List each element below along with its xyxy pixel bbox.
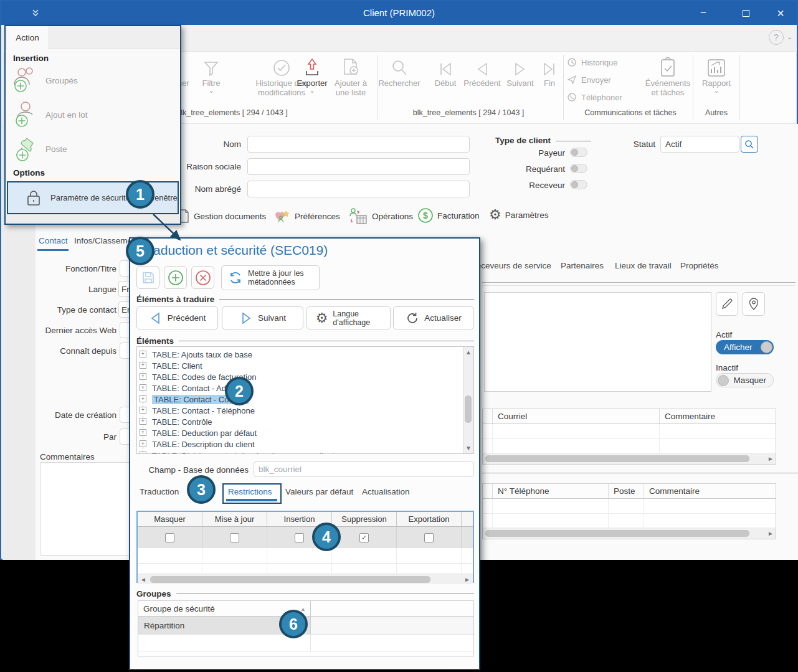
- expand-icon[interactable]: +: [140, 452, 146, 454]
- actualiser-button[interactable]: Actualiser: [393, 306, 474, 329]
- scroll-right-icon[interactable]: ►: [767, 455, 774, 462]
- dialog-tab-actualisation[interactable]: Actualisation: [362, 487, 410, 496]
- ribbon-telephoner[interactable]: Téléphoner: [567, 92, 622, 102]
- scrollbar-thumb[interactable]: [150, 576, 430, 583]
- payeur-toggle[interactable]: [570, 148, 587, 157]
- nom-field[interactable]: [247, 136, 470, 153]
- add-button[interactable]: [164, 266, 187, 289]
- champ-bd-field[interactable]: blk_courriel: [254, 461, 474, 477]
- ribbon-precedent[interactable]: Précédent: [462, 55, 502, 88]
- save-button[interactable]: [136, 266, 159, 289]
- expand-icon[interactable]: +: [140, 395, 146, 402]
- tree-item[interactable]: +TABLE: Divisions autorisées à traiter a…: [137, 450, 473, 454]
- ribbon-rechercher[interactable]: Rechercher: [378, 55, 420, 88]
- tab-proprietes[interactable]: Propriétés: [680, 261, 719, 270]
- horizontal-scrollbar[interactable]: ►: [483, 528, 776, 539]
- update-metadata-button[interactable]: Mettre à jour les métadonnées: [221, 265, 320, 290]
- tree-item[interactable]: +TABLE: Contrôle: [137, 416, 473, 427]
- scrollbar-thumb[interactable]: [485, 530, 749, 537]
- telephone-column-header[interactable]: N° Téléphone: [493, 484, 609, 498]
- commentaires-textarea[interactable]: [40, 462, 133, 556]
- courriel-column-header[interactable]: Courriel: [493, 409, 660, 424]
- suppression-checkbox[interactable]: ✓: [359, 533, 369, 542]
- close-button[interactable]: ×: [766, 1, 795, 25]
- table-row[interactable]: [138, 635, 473, 652]
- scroll-down-icon[interactable]: ▼: [465, 445, 472, 452]
- tree-item[interactable]: +TABLE: Ajouts taux de base: [137, 349, 473, 360]
- ribbon-filtre[interactable]: Filtre ⌄: [196, 55, 227, 93]
- expand-icon[interactable]: +: [140, 429, 146, 436]
- edit-button[interactable]: [716, 292, 738, 316]
- scroll-up-icon[interactable]: ▲: [465, 349, 472, 356]
- ribbon-exporter[interactable]: Exporter ⌄: [293, 55, 331, 93]
- masquer-toggle[interactable]: Masquer: [716, 373, 774, 387]
- expand-icon[interactable]: +: [140, 351, 146, 357]
- dialog-tab-valeurs-defaut[interactable]: Valeurs par défaut: [285, 487, 353, 496]
- grid-col-masquer[interactable]: Masquer: [138, 512, 202, 526]
- tree-item[interactable]: +TABLE: Description du client: [137, 438, 473, 450]
- grid-col-exportation[interactable]: Exportation: [397, 512, 462, 526]
- nom-abrege-field[interactable]: [247, 181, 470, 197]
- location-button[interactable]: [743, 292, 765, 316]
- tab-lieux-travail[interactable]: Lieux de travail: [615, 261, 672, 270]
- help-icon[interactable]: ?: [769, 30, 784, 45]
- tab-action[interactable]: Action: [7, 26, 48, 49]
- tree-item[interactable]: +TABLE: Contact - Adresse: [137, 382, 473, 394]
- grid-col-mise-a-jour[interactable]: Mise à jour: [202, 512, 267, 526]
- tab-partenaires[interactable]: Partenaires: [561, 261, 604, 270]
- suivant-button[interactable]: Suivant: [222, 306, 303, 329]
- poste-column-header[interactable]: Poste: [609, 484, 644, 498]
- table-row[interactable]: [483, 514, 776, 528]
- tree-item[interactable]: +TABLE: Contact - Téléphone: [137, 405, 473, 416]
- tree-item[interactable]: +TABLE: Client: [137, 360, 473, 371]
- tree-item[interactable]: +TABLE: Deduction par défaut: [137, 427, 473, 438]
- expand-icon[interactable]: +: [140, 418, 146, 425]
- tree-item-selected[interactable]: +TABLE: Contact - Courriel: [137, 394, 473, 405]
- commentaire-column-header[interactable]: Commentaire: [644, 484, 776, 498]
- menu-item-ajout-en-lot[interactable]: Ajout en lot: [45, 110, 88, 120]
- table-row[interactable]: [483, 424, 776, 439]
- insertion-checkbox[interactable]: [295, 533, 304, 542]
- menu-item-poste[interactable]: Poste: [45, 144, 67, 154]
- tree-item[interactable]: +TABLE: Codes de facturation: [137, 371, 473, 382]
- ribbon-envoyer[interactable]: Envoyer: [567, 75, 611, 85]
- statut-field[interactable]: Actif: [660, 136, 739, 153]
- table-row[interactable]: [483, 439, 776, 453]
- scroll-right-icon[interactable]: ►: [767, 530, 774, 537]
- tab-facturation[interactable]: $ Facturation: [417, 207, 480, 224]
- ribbon-historique[interactable]: Historique: [567, 57, 618, 67]
- tab-preferences[interactable]: Préférences: [273, 209, 340, 224]
- scroll-left-icon[interactable]: ◄: [140, 576, 146, 583]
- horizontal-scrollbar[interactable]: ►: [483, 453, 776, 464]
- scroll-right-icon[interactable]: ►: [464, 576, 470, 583]
- tab-operations[interactable]: Opérations: [348, 207, 413, 225]
- scrollbar-thumb[interactable]: [485, 455, 749, 462]
- expand-icon[interactable]: +: [140, 384, 146, 391]
- tab-contact[interactable]: Contact: [39, 236, 68, 245]
- langue-affichage-button[interactable]: ⚙ Langue d'affichage: [306, 306, 391, 329]
- ribbon-evenements-taches[interactable]: Événements et tâches: [642, 55, 694, 97]
- expand-icon[interactable]: +: [140, 407, 146, 414]
- masquer-checkbox[interactable]: [165, 533, 174, 542]
- ribbon-fin[interactable]: Fin: [537, 55, 562, 88]
- precedent-button[interactable]: Précédent: [136, 306, 218, 329]
- vertical-scrollbar[interactable]: ▲ ▼: [463, 347, 473, 453]
- requerant-toggle[interactable]: [570, 164, 587, 173]
- grid-col-suppression[interactable]: Suppression: [332, 512, 397, 526]
- table-row[interactable]: [483, 499, 776, 514]
- raison-sociale-field[interactable]: [247, 158, 470, 175]
- expand-icon[interactable]: +: [140, 362, 146, 369]
- mise-a-jour-checkbox[interactable]: [230, 533, 239, 542]
- tab-receveurs-service[interactable]: Receveurs de service: [470, 261, 551, 270]
- horizontal-scrollbar[interactable]: ◄ ►: [138, 574, 473, 584]
- delete-button[interactable]: [191, 266, 214, 289]
- help-chevron-icon[interactable]: ⌄: [787, 34, 792, 39]
- exportation-checkbox[interactable]: [424, 533, 434, 542]
- ribbon-ajouter-liste[interactable]: Ajouter à une liste: [330, 55, 371, 97]
- commentaire-column-header[interactable]: Commentaire: [660, 409, 776, 424]
- receveurs-listbox[interactable]: [484, 292, 711, 392]
- tab-gestion-documents[interactable]: Gestion documents: [178, 209, 266, 224]
- ribbon-debut[interactable]: Début: [430, 55, 461, 88]
- ribbon-rapport[interactable]: Rapport ⌄: [698, 55, 735, 93]
- expand-icon[interactable]: +: [140, 373, 146, 380]
